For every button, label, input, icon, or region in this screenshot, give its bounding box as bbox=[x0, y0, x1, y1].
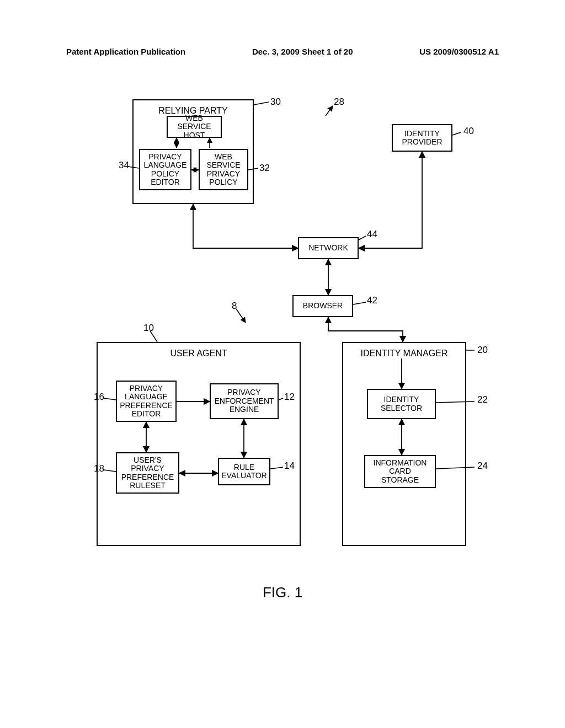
ref-8: 8 bbox=[232, 301, 237, 312]
figure-label: FIG. 1 bbox=[0, 584, 565, 601]
ref-18: 18 bbox=[94, 463, 104, 474]
ref-34: 34 bbox=[119, 160, 129, 171]
information-card-storage-box: INFORMATION CARD STORAGE bbox=[364, 455, 436, 488]
svg-line-2 bbox=[452, 132, 461, 135]
users-privacy-preference-ruleset-box: USER'S PRIVACY PREFERENCE RULESET bbox=[116, 452, 179, 494]
block-diagram: RELYING PARTY WEB SERVICE HOST PRIVACY L… bbox=[66, 83, 491, 579]
svg-line-1 bbox=[326, 106, 333, 116]
header-left: Patent Application Publication bbox=[66, 47, 185, 56]
ref-14: 14 bbox=[284, 461, 295, 472]
identity-manager-box: IDENTITY MANAGER bbox=[342, 342, 466, 546]
ref-12: 12 bbox=[284, 392, 295, 403]
privacy-language-policy-editor-box: PRIVACY LANGUAGE POLICY EDITOR bbox=[139, 149, 191, 190]
ref-44: 44 bbox=[367, 229, 377, 240]
ref-22: 22 bbox=[477, 394, 488, 405]
svg-line-7 bbox=[236, 309, 246, 323]
user-agent-box: USER AGENT bbox=[97, 342, 301, 546]
identity-selector-box: IDENTITY SELECTOR bbox=[367, 389, 436, 419]
browser-box: BROWSER bbox=[292, 295, 353, 317]
identity-provider-box: IDENTITY PROVIDER bbox=[392, 124, 452, 152]
ref-30: 30 bbox=[270, 97, 281, 108]
ref-32: 32 bbox=[259, 163, 270, 174]
ref-40: 40 bbox=[463, 126, 474, 137]
ref-24: 24 bbox=[477, 461, 488, 472]
identity-manager-title: IDENTITY MANAGER bbox=[361, 349, 448, 358]
ref-20: 20 bbox=[477, 345, 488, 356]
privacy-enforcement-engine-box: PRIVACY ENFORCEMENT ENGINE bbox=[210, 383, 279, 419]
header-center: Dec. 3, 2009 Sheet 1 of 20 bbox=[252, 47, 353, 56]
ref-16: 16 bbox=[94, 392, 104, 403]
svg-line-0 bbox=[254, 102, 269, 105]
ref-10: 10 bbox=[143, 323, 154, 334]
svg-line-5 bbox=[359, 236, 366, 240]
header-right: US 2009/0300512 A1 bbox=[419, 47, 499, 56]
web-service-host-box: WEB SERVICE HOST bbox=[167, 116, 222, 138]
ref-42: 42 bbox=[367, 295, 377, 306]
network-box: NETWORK bbox=[298, 237, 359, 259]
user-agent-title: USER AGENT bbox=[170, 349, 227, 358]
privacy-language-preference-editor-box: PRIVACY LANGUAGE PREFERENCE EDITOR bbox=[116, 381, 177, 422]
web-service-privacy-policy-box: WEB SERVICE PRIVACY POLICY bbox=[199, 149, 248, 190]
svg-line-6 bbox=[353, 302, 366, 304]
ref-28: 28 bbox=[334, 97, 344, 108]
rule-evaluator-box: RULE EVALUATOR bbox=[218, 458, 270, 485]
